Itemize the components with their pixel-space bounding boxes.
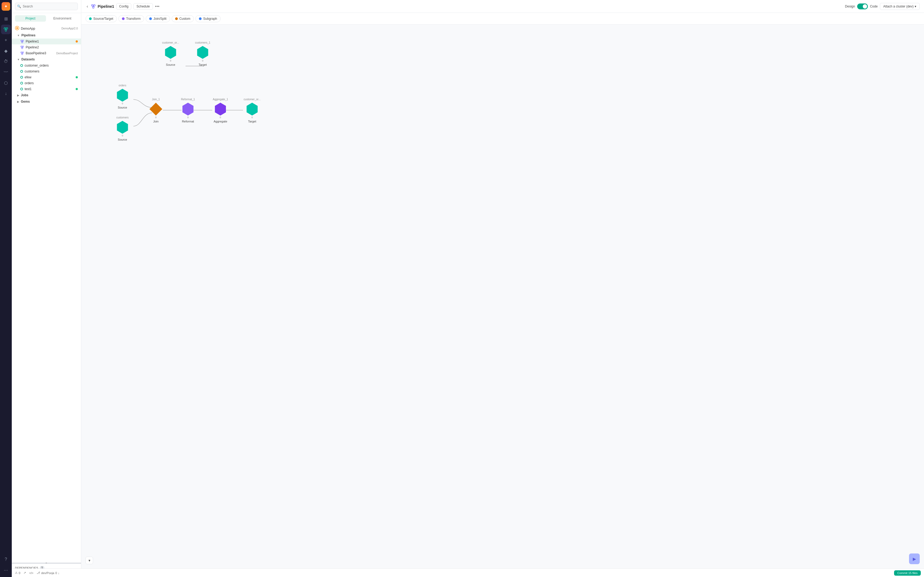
pipelines-label: Pipelines [21, 34, 35, 37]
custom-button[interactable]: Custom [172, 15, 194, 22]
svg-point-14 [21, 46, 22, 47]
gem-rail-icon[interactable]: ◆ [1, 46, 11, 56]
customers-source-label: Source [118, 138, 127, 141]
code-label: Code [870, 5, 878, 8]
svg-point-28 [92, 5, 93, 6]
chevron-gems: ▶ [17, 100, 19, 103]
sidebar-item-pipeline1[interactable]: Pipeline1 [12, 39, 81, 44]
aggregate1-counter: 0 [220, 116, 221, 119]
dataset-circle-icon3 [20, 76, 23, 79]
aggregate1-label: Aggregate [214, 120, 227, 123]
code-icon: </> [29, 571, 34, 575]
branch-name: dev/Pooja [41, 571, 54, 575]
reformat1-counter: 0 [187, 116, 188, 119]
join1-counter: 0 [155, 116, 156, 119]
source-target-dot [89, 18, 92, 20]
sidebar-item-test1[interactable]: test1 [12, 86, 81, 92]
node-target1[interactable]: customers_1 0 Target [196, 46, 209, 66]
help-rail-icon[interactable]: ? [1, 554, 11, 564]
main-area: ‹ Pipeline1 Config Schedule ••• Design C… [81, 0, 924, 577]
join-split-label: Join/Split [153, 17, 167, 21]
gems-label: Gems [21, 100, 30, 103]
section-pipelines[interactable]: ▼ Pipelines [12, 32, 81, 39]
back-button[interactable]: ‹ [85, 3, 89, 10]
chevron-pipelines: ▼ [17, 34, 20, 37]
transform-button[interactable]: Transform [118, 15, 144, 22]
dataset-circle-icon5 [20, 88, 23, 90]
node-target2[interactable]: customer_or... 0 Target [246, 103, 259, 123]
svg-point-8 [21, 40, 22, 42]
sidebar-item-pipelines[interactable] [1, 24, 11, 34]
chevron-datasets: ▼ [17, 58, 20, 61]
node-source-customers[interactable]: customers 0 Source [116, 121, 129, 141]
node-join1[interactable]: Join_1 0 Join [150, 103, 162, 123]
node-reformat1[interactable]: Reformat_1 0 Reformat [182, 103, 194, 123]
chart-icon: ↗ [24, 571, 26, 575]
monitor-rail-icon[interactable]: 〰 [1, 68, 11, 77]
target1-counter: 0 [202, 60, 203, 62]
sidebar-item-basepipeline3[interactable]: BasePipeline3 DemoBaseProject [12, 50, 81, 56]
history-rail-icon[interactable]: ⏱ [1, 57, 11, 66]
dataset-circle-icon [20, 64, 23, 67]
tab-environment[interactable]: Environment [47, 15, 78, 22]
source1-title: customer_or... [162, 41, 179, 44]
subgraph-button[interactable]: Subgraph [195, 15, 221, 22]
design-code-toggle[interactable] [857, 3, 868, 10]
sidebar-item-orders[interactable]: orders [12, 80, 81, 86]
zoom-controls: ▾ [85, 557, 93, 564]
design-toggle-area: Design Code [845, 3, 878, 10]
custom-label: Custom [179, 17, 190, 21]
more-rail-icon[interactable]: ⋯ [1, 565, 11, 575]
pipeline-title: Pipeline1 [98, 4, 114, 8]
source1-hex [164, 46, 177, 59]
sidebar-search-area: 🔍 [12, 0, 81, 13]
config-button[interactable]: Config [116, 3, 132, 10]
dataset-customer-orders-label: customer_orders [24, 64, 49, 68]
pipeline-canvas[interactable]: customer_or... 0 Source customers_1 0 Ta… [81, 24, 924, 569]
dataset-efew-label: efew [24, 76, 31, 79]
node-source1[interactable]: customer_or... 0 Source [164, 46, 177, 66]
schedule-button[interactable]: Schedule [134, 3, 153, 10]
sidebar-item-customer-orders[interactable]: customer_orders [12, 63, 81, 68]
status-bar: ⚠ 0 ↗ </> ⎇ dev/Pooja 0 ↓ Commit 15 file… [12, 569, 924, 577]
design-label: Design [845, 5, 855, 8]
connections-rail-icon[interactable]: ⬡ [1, 78, 11, 88]
join1-diamond [150, 103, 162, 116]
attach-cluster-button[interactable]: Attach a cluster (dev) ▾ [880, 3, 920, 10]
source-target-button[interactable]: Source/Target [85, 15, 117, 22]
search-input[interactable] [15, 3, 78, 10]
app-version-label: DemoApp/2.0 [61, 27, 78, 30]
node-aggregate1[interactable]: Aggregate_1 0 Aggregate [214, 103, 227, 123]
orders-source-label: Source [118, 106, 127, 109]
pipeline-title-icon [91, 4, 95, 8]
sidebar-item-pipeline2[interactable]: Pipeline2 [12, 44, 81, 50]
sidebar-app-item[interactable]: DemoApp DemoApp/2.0 [12, 25, 81, 32]
orders-counter: 0 [122, 102, 123, 105]
source1-counter: 0 [170, 60, 171, 62]
section-datasets[interactable]: ▼ Datasets [12, 56, 81, 63]
node-source-orders[interactable]: orders 0 Source [116, 89, 129, 109]
gem-toolbar: Source/Target Transform Join/Split Custo… [81, 13, 924, 24]
add-icon[interactable]: + [1, 35, 11, 45]
section-jobs[interactable]: ▶ Jobs [12, 92, 81, 98]
download-rail-icon[interactable]: ↓ [1, 89, 11, 98]
section-gems[interactable]: ▶ Gems [12, 98, 81, 105]
tab-project[interactable]: Project [15, 15, 46, 22]
download-icon-status: ↓ [58, 571, 60, 575]
sidebar-item-customers[interactable]: customers [12, 68, 81, 74]
subgraph-dot [199, 18, 201, 20]
zoom-down-button[interactable]: ▾ [85, 557, 93, 564]
sidebar-item-home[interactable]: ⊞ [1, 14, 11, 24]
commit-button[interactable]: Commit 15 files [894, 570, 921, 575]
canvas-connections [81, 24, 924, 569]
join-split-button[interactable]: Join/Split [146, 15, 170, 22]
more-options-button[interactable]: ••• [155, 4, 159, 9]
app-logo[interactable]: ✦ [2, 2, 10, 11]
code-status: </> [29, 571, 34, 575]
source-target-label: Source/Target [93, 17, 113, 21]
dataset-orders-label: orders [24, 81, 34, 85]
transform-label: Transform [126, 17, 141, 21]
play-button[interactable]: ▶ [909, 553, 920, 564]
customers-title: customers [116, 116, 129, 119]
sidebar-item-efew[interactable]: efew [12, 74, 81, 80]
